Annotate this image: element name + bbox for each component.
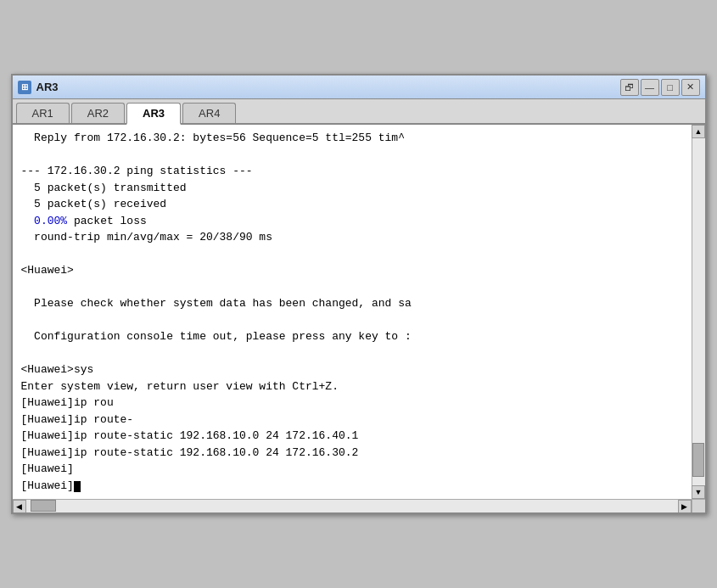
terminal-area: Reply from 172.16.30.2: bytes=56 Sequenc…: [13, 125, 705, 512]
window-title: AR3: [36, 81, 59, 93]
scroll-track[interactable]: [692, 138, 705, 485]
tab-ar1[interactable]: AR1: [16, 103, 70, 123]
h-scroll-track[interactable]: [26, 500, 678, 512]
scroll-thumb[interactable]: [692, 443, 704, 477]
cursor: [74, 481, 81, 492]
scroll-right-button[interactable]: ▶: [678, 500, 692, 513]
restore-button[interactable]: 🗗: [620, 79, 639, 96]
terminal-wrapper: Reply from 172.16.30.2: bytes=56 Sequenc…: [13, 125, 705, 499]
tab-ar2[interactable]: AR2: [71, 103, 125, 123]
title-bar-left: ⊞ AR3: [18, 81, 59, 94]
horizontal-scrollbar[interactable]: ◀ ▶: [13, 500, 692, 512]
tab-ar4[interactable]: AR4: [182, 103, 236, 123]
tab-bar: AR1 AR2 AR3 AR4: [13, 99, 705, 125]
tab-ar3[interactable]: AR3: [126, 103, 181, 125]
close-button[interactable]: ✕: [681, 79, 700, 96]
app-icon: ⊞: [18, 81, 31, 94]
scroll-up-button[interactable]: ▲: [692, 125, 705, 138]
minimize-button[interactable]: —: [641, 79, 659, 96]
maximize-button[interactable]: □: [661, 79, 680, 96]
title-bar: ⊞ AR3 🗗 — □ ✕: [13, 76, 705, 99]
main-window: ⊞ AR3 🗗 — □ ✕ AR1 AR2 AR3 AR4 Reply from…: [11, 74, 707, 514]
packet-loss-highlight: 0.00%: [34, 215, 67, 227]
scroll-left-button[interactable]: ◀: [13, 500, 26, 513]
horizontal-scrollbar-row: ◀ ▶: [13, 499, 705, 512]
terminal-content[interactable]: Reply from 172.16.30.2: bytes=56 Sequenc…: [13, 125, 692, 499]
scrollbar-corner: [692, 500, 705, 512]
window-controls: 🗗 — □ ✕: [620, 79, 700, 96]
h-scroll-thumb[interactable]: [31, 500, 56, 512]
scroll-down-button[interactable]: ▼: [692, 485, 705, 499]
vertical-scrollbar[interactable]: ▲ ▼: [692, 125, 705, 499]
